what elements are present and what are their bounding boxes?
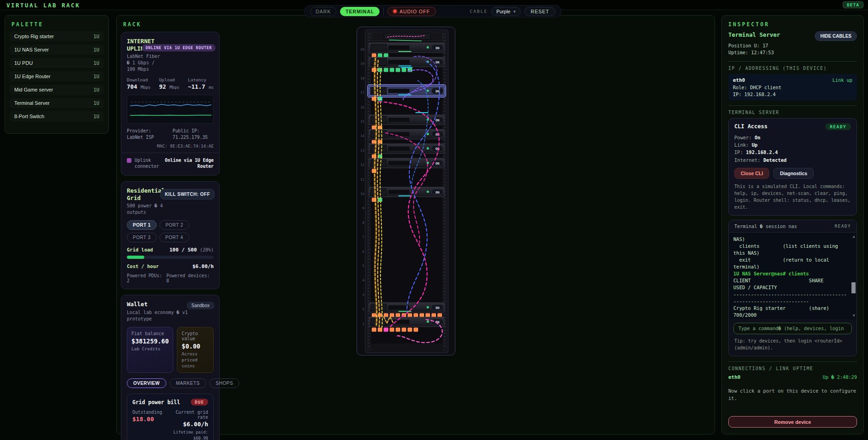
tab-overview[interactable]: OVERVIEW <box>127 378 166 388</box>
grid-port-1-button[interactable]: PORT 1 <box>127 220 157 230</box>
port-connector[interactable] <box>378 53 382 57</box>
interface-ip: IP: 192.168.2.4 <box>733 91 852 97</box>
port-connector[interactable] <box>396 328 400 332</box>
toolbar-divider <box>383 8 384 15</box>
theme-terminal-button[interactable]: TERMINAL <box>340 7 380 16</box>
port-connector[interactable] <box>384 328 388 332</box>
port-connector[interactable] <box>384 53 388 57</box>
palette-item-label: Crypto Rig starter <box>14 34 54 39</box>
cost-value: $6.00/h <box>193 263 214 269</box>
tab-markets[interactable]: MARKETS <box>170 378 206 388</box>
terminal-command-input[interactable] <box>733 323 852 334</box>
palette-item-units: 1U <box>93 60 99 66</box>
fiat-balance-box: Fiat balance $381259.60 Lab Credits <box>127 327 173 373</box>
port-connector[interactable] <box>378 68 382 72</box>
device-power-led <box>427 147 429 149</box>
scrollbar-thumb[interactable] <box>851 282 856 293</box>
svg-text:6: 6 <box>362 250 364 254</box>
mac-address: MAC: 9E:E3:AE:74:14:AE <box>127 143 214 149</box>
device-power-led <box>427 90 429 92</box>
ip-section-heading: IP / ADDRESSING (THIS DEVICE) <box>728 66 857 71</box>
port-connector[interactable] <box>408 313 412 317</box>
link-status[interactable]: Link up <box>833 77 852 83</box>
port-connector[interactable] <box>408 328 412 332</box>
port-connector[interactable] <box>425 313 430 317</box>
palette-item-game-server[interactable]: Mid Game server 1U <box>10 85 104 95</box>
palette-item-crypto-rig[interactable]: Crypto Rig starter 1U <box>10 31 104 41</box>
provider-info: Provider: LabNet ISP <box>127 128 168 141</box>
grid-port-3-button[interactable]: PORT 3 <box>127 233 157 242</box>
kill-switch-button[interactable]: KILL SWITCH: OFF <box>160 189 215 200</box>
port-connector[interactable] <box>384 68 388 72</box>
latency-stat: Latency ~11.7 ms <box>188 77 214 90</box>
palette-panel: PALETTE Crypto Rig starter 1U 1U NAS Ser… <box>5 15 109 134</box>
svg-text:9: 9 <box>362 206 364 210</box>
scroll-down-icon[interactable]: ▼ <box>853 313 855 318</box>
port-connector[interactable] <box>431 313 436 317</box>
palette-item-units: 1U <box>93 34 99 39</box>
outstanding-block: Outstanding $18.00 <box>132 410 162 440</box>
palette-item-label: 8-Port Switch <box>14 114 44 119</box>
cli-access-card: CLI Access READY Power: On Link: Up IP: … <box>728 118 857 216</box>
tab-shops[interactable]: SHOPS <box>210 378 240 388</box>
port-connector[interactable] <box>390 328 394 332</box>
connection-uptime: Up � 2:48:29 <box>823 374 857 380</box>
port-connector[interactable] <box>372 328 376 332</box>
reset-button[interactable]: RESET <box>524 7 556 16</box>
rack-visualization: 2019181716151413121110987654321 ONONONON… <box>357 27 455 355</box>
grid-port-2-button[interactable]: PORT 2 <box>159 220 189 230</box>
hide-cables-button[interactable]: HIDE CABLES <box>815 31 857 41</box>
rack-panel: RACK INTERNET UPLINK ONLINE VIA 1U EDGE … <box>116 15 715 434</box>
crypto-value-value: $0.00 <box>182 343 209 350</box>
port-connector[interactable] <box>402 68 406 72</box>
palette-item-label: 1U NAS Server <box>14 47 49 52</box>
download-stat: Download 704 Mbps <box>127 77 151 90</box>
remove-device-button[interactable]: Remove device <box>728 416 857 428</box>
port-connector[interactable] <box>390 68 394 72</box>
chevron-down-icon: ▾ <box>514 9 516 14</box>
port-connector[interactable] <box>414 328 418 332</box>
inspector-panel: INSPECTOR Terminal Server HIDE CABLES Po… <box>721 15 864 434</box>
rate-value: $6.00/h <box>162 421 208 428</box>
port-connector[interactable] <box>437 313 442 317</box>
internet-uplink-card: INTERNET UPLINK ONLINE VIA 1U EDGE ROUTE… <box>121 32 220 176</box>
diagnostics-button[interactable]: Diagnostics <box>773 168 814 179</box>
terminal-output[interactable]: NAS) clients (list clients using this NA… <box>729 233 857 319</box>
scroll-up-icon[interactable]: ▲ <box>853 234 855 239</box>
port-connector[interactable] <box>396 68 400 72</box>
port-connector[interactable] <box>414 313 418 317</box>
port-connector[interactable] <box>384 313 388 317</box>
app-title: VIRTUAL LAB RACK <box>6 2 80 9</box>
palette-item-pdu[interactable]: 1U PDU 1U <box>10 58 104 68</box>
svg-text:ON: ON <box>436 61 439 64</box>
palette-item-edge-router[interactable]: 1U Edge Router 1U <box>10 71 104 81</box>
residential-grid-card: Residential Grid KILL SWITCH: OFF 500 po… <box>121 181 220 289</box>
palette-item-units: 1U <box>93 47 99 52</box>
close-cli-button[interactable]: Close CLI <box>734 168 769 179</box>
port-connector[interactable] <box>402 328 406 332</box>
audio-toggle-button[interactable]: AUDIO OFF <box>387 7 436 16</box>
theme-dark-button[interactable]: DARK <box>310 7 336 16</box>
cable-color-select[interactable]: Purple ▾ <box>491 7 521 16</box>
port-connector[interactable] <box>372 53 376 57</box>
port-connector[interactable] <box>420 313 424 317</box>
uplink-connector-label: Uplink connector <box>135 157 164 169</box>
inspector-heading: INSPECTOR <box>728 16 857 31</box>
uplink-subtitle: LabNet Fiber � 1 Gbps / 100 Mbps <box>127 53 165 73</box>
terminal-server-section-heading: TERMINAL SERVER <box>728 110 857 115</box>
port-connector[interactable] <box>396 313 400 317</box>
port-connector[interactable] <box>378 328 382 332</box>
terminal-tip: Tip: try devices, then login <routerId> … <box>729 334 857 356</box>
terminal-session-card: Terminal � session nas READY NAS) client… <box>728 220 857 356</box>
grid-port-4-button[interactable]: PORT 4 <box>159 233 189 242</box>
palette-heading: PALETTE <box>5 16 108 31</box>
palette-item-terminal-server[interactable]: Terminal Server 1U <box>10 98 104 108</box>
grid-subtitle: 500 power � 4 outputs <box>127 203 169 216</box>
upload-stat: Upload 92 Mbps <box>159 77 179 90</box>
terminal-line: Crypto Rig starter (share) 700/2000 <box>733 305 848 319</box>
svg-text:12: 12 <box>360 163 364 167</box>
palette-item-nas-server[interactable]: 1U NAS Server 1U <box>10 45 104 55</box>
rate-block: Current grid rate $6.00/h Lifetime paid:… <box>162 410 208 440</box>
terminal-line: clients (list clients using this NAS) <box>733 243 848 257</box>
palette-item-switch[interactable]: 8-Port Switch 1U <box>10 111 104 121</box>
